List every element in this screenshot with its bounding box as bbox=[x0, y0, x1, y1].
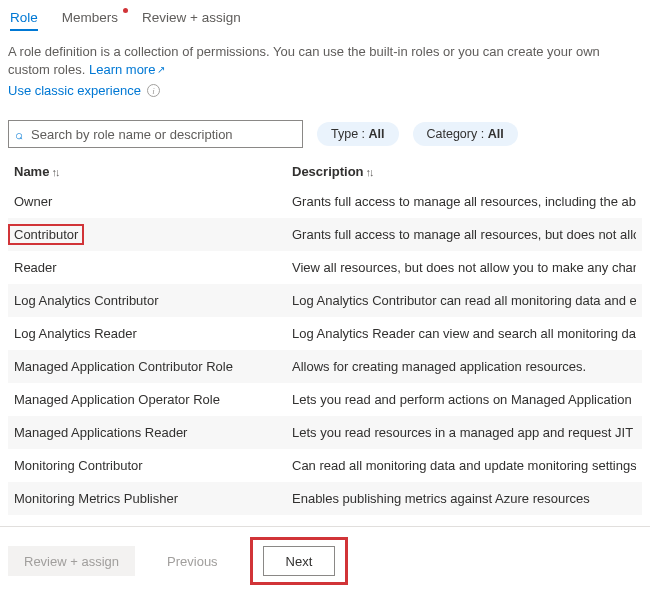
column-header-description[interactable]: Description ↑↓ bbox=[292, 164, 636, 179]
role-name-cell: Contributor bbox=[14, 224, 292, 245]
type-filter-value: All bbox=[369, 127, 385, 141]
role-name-cell: Managed Applications Reader bbox=[14, 425, 292, 440]
role-description-cell: Lets you read and perform actions on Man… bbox=[292, 392, 636, 407]
next-button-highlight: Next bbox=[250, 537, 349, 585]
learn-more-label: Learn more bbox=[89, 62, 155, 77]
table-row[interactable]: Monitoring Metrics PublisherEnables publ… bbox=[8, 482, 642, 515]
role-name-cell: Monitoring Metrics Publisher bbox=[14, 491, 292, 506]
external-link-icon: ↗ bbox=[157, 64, 165, 75]
search-input-wrapper[interactable]: ⌕ bbox=[8, 120, 303, 148]
indicator-dot-icon bbox=[123, 8, 128, 13]
type-filter-pill[interactable]: Type : All bbox=[317, 122, 399, 146]
role-name-cell: Managed Application Contributor Role bbox=[14, 359, 292, 374]
table-row[interactable]: Managed Application Operator RoleLets yo… bbox=[8, 383, 642, 416]
table-body: OwnerGrants full access to manage all re… bbox=[8, 185, 642, 581]
table-row[interactable]: Log Analytics ContributorLog Analytics C… bbox=[8, 284, 642, 317]
previous-button[interactable]: Previous bbox=[151, 546, 234, 576]
tab-review-assign[interactable]: Review + assign bbox=[142, 10, 241, 31]
table-row[interactable]: Log Analytics ReaderLog Analytics Reader… bbox=[8, 317, 642, 350]
type-filter-label: Type : bbox=[331, 127, 365, 141]
role-name-cell: Monitoring Contributor bbox=[14, 458, 292, 473]
role-description-cell: View all resources, but does not allow y… bbox=[292, 260, 636, 275]
next-button[interactable]: Next bbox=[263, 546, 336, 576]
review-assign-button[interactable]: Review + assign bbox=[8, 546, 135, 576]
column-description-label: Description bbox=[292, 164, 364, 179]
search-icon: ⌕ bbox=[15, 127, 23, 142]
table-header: Name ↑↓ Description ↑↓ bbox=[8, 164, 642, 185]
info-icon[interactable]: i bbox=[147, 84, 160, 97]
table-row[interactable]: OwnerGrants full access to manage all re… bbox=[8, 185, 642, 218]
column-header-name[interactable]: Name ↑↓ bbox=[14, 164, 292, 179]
role-name-cell: Managed Application Operator Role bbox=[14, 392, 292, 407]
role-description-cell: Grants full access to manage all resourc… bbox=[292, 227, 636, 242]
column-name-label: Name bbox=[14, 164, 49, 179]
category-filter-value: All bbox=[488, 127, 504, 141]
learn-more-link[interactable]: Learn more↗ bbox=[89, 62, 165, 77]
sort-indicator-icon: ↑↓ bbox=[51, 166, 58, 178]
table-row[interactable]: ReaderView all resources, but does not a… bbox=[8, 251, 642, 284]
highlight-box: Contributor bbox=[8, 224, 84, 245]
tab-role[interactable]: Role bbox=[10, 10, 38, 31]
tabs: Role Members Review + assign bbox=[8, 10, 642, 31]
table-row[interactable]: ContributorGrants full access to manage … bbox=[8, 218, 642, 251]
role-description-cell: Enables publishing metrics against Azure… bbox=[292, 491, 636, 506]
role-description-cell: Log Analytics Reader can view and search… bbox=[292, 326, 636, 341]
footer-actions: Review + assign Previous Next bbox=[0, 526, 650, 595]
role-description-cell: Can read all monitoring data and update … bbox=[292, 458, 636, 473]
table-row[interactable]: Managed Applications ReaderLets you read… bbox=[8, 416, 642, 449]
category-filter-label: Category : bbox=[427, 127, 485, 141]
description-block: A role definition is a collection of per… bbox=[8, 43, 642, 79]
table-row[interactable]: Monitoring ContributorCan read all monit… bbox=[8, 449, 642, 482]
sort-indicator-icon: ↑↓ bbox=[366, 166, 373, 178]
role-description-cell: Grants full access to manage all resourc… bbox=[292, 194, 636, 209]
search-input[interactable] bbox=[29, 126, 296, 143]
role-name-cell: Log Analytics Reader bbox=[14, 326, 292, 341]
roles-table: Name ↑↓ Description ↑↓ OwnerGrants full … bbox=[8, 164, 642, 581]
use-classic-experience-link[interactable]: Use classic experience bbox=[8, 83, 141, 98]
category-filter-pill[interactable]: Category : All bbox=[413, 122, 518, 146]
role-name-cell: Owner bbox=[14, 194, 292, 209]
role-name-cell: Reader bbox=[14, 260, 292, 275]
role-name-cell: Log Analytics Contributor bbox=[14, 293, 292, 308]
role-description-cell: Lets you read resources in a managed app… bbox=[292, 425, 636, 440]
role-description-cell: Allows for creating managed application … bbox=[292, 359, 636, 374]
tab-members-label: Members bbox=[62, 10, 118, 25]
role-description-cell: Log Analytics Contributor can read all m… bbox=[292, 293, 636, 308]
tab-members[interactable]: Members bbox=[62, 10, 118, 31]
table-row[interactable]: Managed Application Contributor RoleAllo… bbox=[8, 350, 642, 383]
